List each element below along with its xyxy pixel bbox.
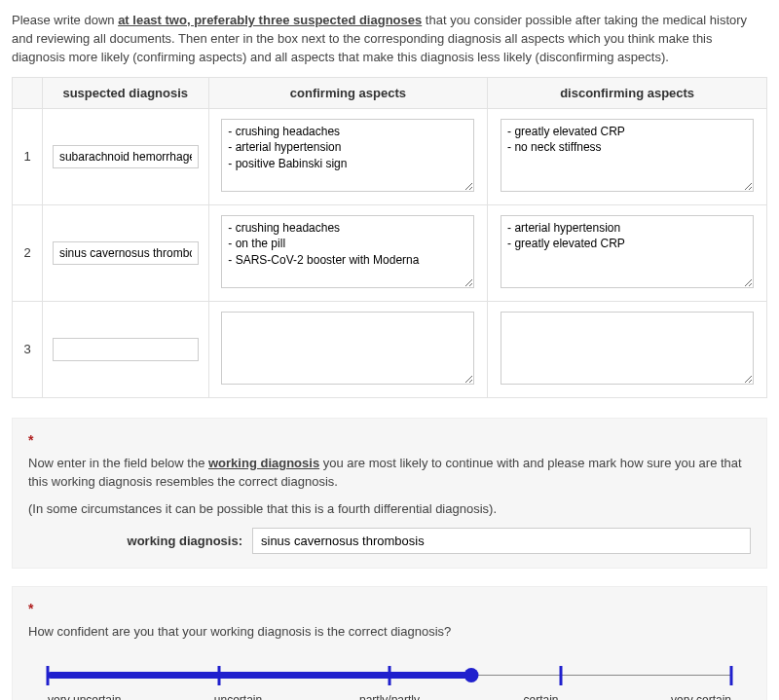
slider-label: very uncertain [48, 693, 126, 700]
working-diagnosis-block: * Now enter in the field below the worki… [12, 418, 767, 570]
slider-labels: very uncertain uncertain partly/partly c… [48, 693, 731, 700]
wd-text-before: Now enter in the field below the [28, 456, 208, 470]
diagnosis-table: suspected diagnosis confirming aspects d… [12, 77, 767, 398]
row-number: 3 [13, 301, 43, 397]
disconfirming-input-1[interactable] [501, 119, 754, 192]
slider-label: uncertain [200, 693, 278, 700]
slider-label: partly/partly [351, 693, 428, 700]
intro-text: Please write down at least two, preferab… [12, 12, 767, 67]
working-diagnosis-input[interactable] [252, 528, 751, 554]
slider-label: certain [502, 693, 580, 700]
header-confirming: confirming aspects [208, 77, 488, 108]
working-diagnosis-label: working diagnosis: [116, 534, 242, 548]
wd-text-underlined: working diagnosis [208, 456, 319, 470]
required-asterisk: * [28, 601, 751, 616]
working-diagnosis-text: Now enter in the field below the working… [28, 454, 751, 492]
slider-fill [48, 672, 471, 679]
intro-underlined: at least two, preferably three suspected… [118, 13, 422, 27]
confidence-slider[interactable] [48, 666, 731, 685]
confirming-input-1[interactable] [221, 119, 474, 192]
disconfirming-input-2[interactable] [501, 215, 754, 288]
confirming-input-2[interactable] [221, 215, 474, 288]
disconfirming-input-3[interactable] [501, 312, 754, 385]
diagnosis-input-3[interactable] [53, 338, 199, 361]
header-number [13, 77, 43, 108]
confidence-question: How confident are you that your working … [28, 622, 751, 642]
header-disconfirming: disconfirming aspects [488, 77, 767, 108]
required-asterisk: * [28, 432, 751, 448]
confidence-block: * How confident are you that your workin… [12, 586, 767, 700]
intro-before: Please write down [12, 13, 118, 27]
slider-handle[interactable] [464, 668, 479, 682]
header-diagnosis: suspected diagnosis [43, 77, 209, 108]
row-number: 2 [13, 204, 43, 301]
row-number: 1 [13, 108, 43, 204]
slider-tick [730, 666, 733, 685]
working-diagnosis-note: (In some circumstances it can be possibl… [28, 499, 751, 519]
table-row: 3 [13, 301, 767, 397]
slider-tick [559, 666, 562, 685]
slider-label: very certain [653, 693, 731, 700]
table-row: 2 [13, 204, 767, 301]
diagnosis-input-2[interactable] [53, 241, 199, 265]
table-row: 1 [13, 108, 767, 204]
diagnosis-input-1[interactable] [53, 145, 199, 168]
confirming-input-3[interactable] [221, 312, 474, 385]
